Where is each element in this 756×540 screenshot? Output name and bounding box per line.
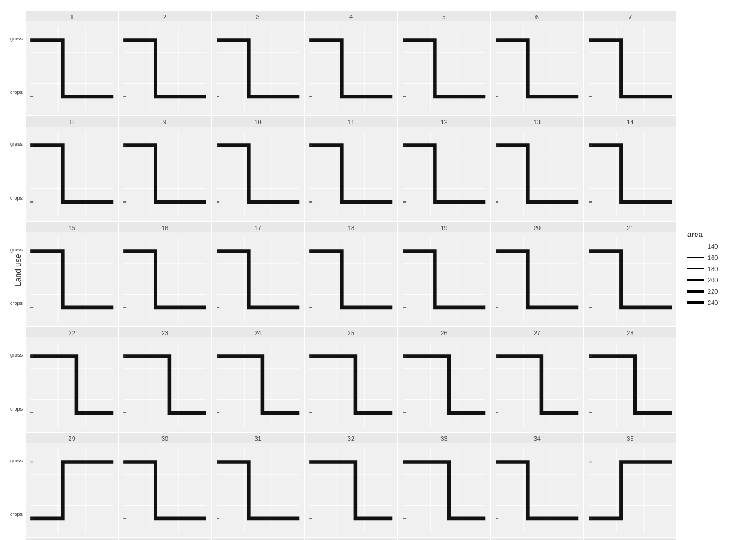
facet-plot-13 xyxy=(491,127,583,220)
facet-plot-20 xyxy=(491,232,583,326)
facet-cell-31: 31 xyxy=(212,433,304,537)
facet-plot-26 xyxy=(398,338,490,431)
facet-cell-6: 6 xyxy=(491,11,583,115)
legend-item: 140 xyxy=(687,243,744,250)
y-tick-crops: crops xyxy=(10,512,24,517)
legend-line xyxy=(687,301,704,304)
y-tick-grass: grass xyxy=(10,37,24,42)
facet-number-17: 17 xyxy=(212,222,304,232)
facet-cell-16: 16 xyxy=(119,222,210,326)
facet-number-14: 14 xyxy=(584,116,676,127)
legend-item: 240 xyxy=(687,299,744,306)
y-tick-crops: crops xyxy=(10,90,24,95)
legend-line xyxy=(687,268,704,269)
y-tick-crops: crops xyxy=(10,301,24,306)
facet-number-32: 32 xyxy=(305,433,397,443)
facet-cell-26: 26 xyxy=(398,327,490,431)
facet-plot-4 xyxy=(305,21,397,115)
facet-cell-12: 12 xyxy=(398,116,490,220)
facet-cell-11: 11 xyxy=(305,116,397,220)
facet-number-13: 13 xyxy=(491,116,583,127)
y-tick-grass: grass xyxy=(10,353,24,358)
facet-number-12: 12 xyxy=(398,116,490,127)
facet-plot-29: grasscrops xyxy=(26,443,118,537)
facet-cell-35: 35 xyxy=(584,433,676,537)
facet-plot-19 xyxy=(398,232,490,326)
facet-number-35: 35 xyxy=(584,433,676,443)
facet-number-21: 21 xyxy=(584,222,676,232)
facet-cell-17: 17 xyxy=(212,222,304,326)
facet-cell-28: 28 xyxy=(584,327,676,431)
facet-number-20: 20 xyxy=(491,222,583,232)
facet-plot-14 xyxy=(584,127,676,220)
y-tick-grass: grass xyxy=(10,458,24,464)
facet-cell-30: 30 xyxy=(119,433,210,537)
legend-value: 240 xyxy=(708,299,718,306)
y-tick-crops: crops xyxy=(10,196,24,201)
facet-number-16: 16 xyxy=(119,222,210,232)
facet-number-8: 8 xyxy=(26,116,118,127)
facet-cell-25: 25 xyxy=(305,327,397,431)
facet-cell-19: 19 xyxy=(398,222,490,326)
legend-item: 160 xyxy=(687,254,744,261)
y-tick-grass: grass xyxy=(10,248,24,253)
facet-plot-10 xyxy=(212,127,304,220)
facet-number-31: 31 xyxy=(212,433,304,443)
facet-number-23: 23 xyxy=(119,327,210,338)
facet-number-19: 19 xyxy=(398,222,490,232)
facet-plot-16 xyxy=(119,232,210,326)
facet-plot-32 xyxy=(305,443,397,537)
facet-plot-22: grasscrops xyxy=(26,338,118,431)
facet-plot-8: grasscrops xyxy=(26,127,118,220)
legend-line xyxy=(687,257,704,258)
facet-number-5: 5 xyxy=(398,11,490,21)
legend-items: 140160180200220240 xyxy=(687,243,744,310)
facet-cell-20: 20 xyxy=(491,222,583,326)
plot-area: 1grasscrops2345678grasscrops910111213141… xyxy=(26,11,676,529)
legend-item: 200 xyxy=(687,277,744,284)
y-tick-grass: grass xyxy=(10,142,24,147)
facet-plot-1: grasscrops xyxy=(26,21,118,115)
y-axis-label: Land use xyxy=(12,11,24,529)
facet-number-29: 29 xyxy=(26,433,118,443)
y-tick-crops: crops xyxy=(10,407,24,412)
legend-title: area xyxy=(687,230,744,238)
facet-plot-33 xyxy=(398,443,490,537)
facet-plot-11 xyxy=(305,127,397,220)
facet-number-15: 15 xyxy=(26,222,118,232)
facet-cell-4: 4 xyxy=(305,11,397,115)
chart-container: Land use 1grasscrops2345678grasscrops910… xyxy=(12,11,744,529)
facet-cell-32: 32 xyxy=(305,433,397,537)
facet-grid: 1grasscrops2345678grasscrops910111213141… xyxy=(26,11,676,540)
facet-plot-24 xyxy=(212,338,304,431)
facet-plot-21 xyxy=(584,232,676,326)
legend-area: area 140160180200220240 xyxy=(676,11,744,529)
facet-plot-35 xyxy=(584,443,676,537)
facet-cell-13: 13 xyxy=(491,116,583,220)
legend-line xyxy=(687,279,704,281)
facet-plot-23 xyxy=(119,338,210,431)
facet-cell-21: 21 xyxy=(584,222,676,326)
facet-number-10: 10 xyxy=(212,116,304,127)
legend-item: 220 xyxy=(687,288,744,295)
facet-number-1: 1 xyxy=(26,11,118,21)
facet-number-34: 34 xyxy=(491,433,583,443)
facet-plot-17 xyxy=(212,232,304,326)
facet-plot-34 xyxy=(491,443,583,537)
facet-plot-7 xyxy=(584,21,676,115)
facet-number-4: 4 xyxy=(305,11,397,21)
facet-number-26: 26 xyxy=(398,327,490,338)
grid-wrapper: 1grasscrops2345678grasscrops910111213141… xyxy=(26,11,676,540)
facet-number-28: 28 xyxy=(584,327,676,338)
facet-number-25: 25 xyxy=(305,327,397,338)
facet-number-3: 3 xyxy=(212,11,304,21)
facet-cell-24: 24 xyxy=(212,327,304,431)
legend-value: 180 xyxy=(708,266,718,272)
facet-cell-2: 2 xyxy=(119,11,210,115)
facet-cell-34: 34 xyxy=(491,433,583,537)
facet-cell-8: 8grasscrops xyxy=(26,116,118,220)
facet-number-18: 18 xyxy=(305,222,397,232)
facet-number-22: 22 xyxy=(26,327,118,338)
facet-plot-9 xyxy=(119,127,210,220)
facet-plot-28 xyxy=(584,338,676,431)
